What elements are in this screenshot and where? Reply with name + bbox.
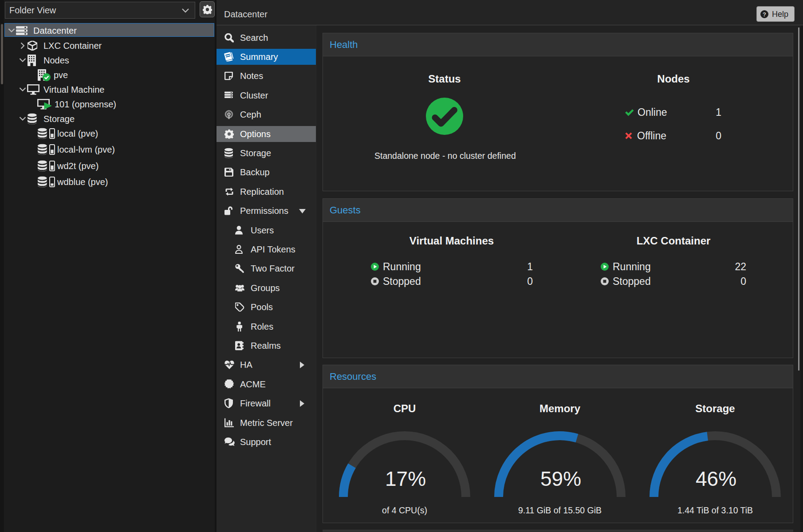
svg-text:?: ?	[763, 11, 766, 18]
